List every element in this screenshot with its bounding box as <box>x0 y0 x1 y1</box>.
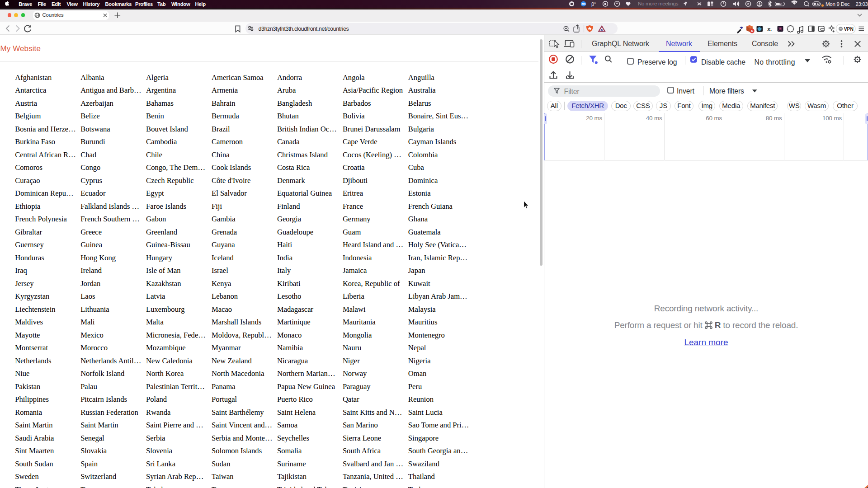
svg-text:β°: β° <box>591 1 596 7</box>
svg-text:x.: x. <box>767 26 772 33</box>
svg-text:Mon 9 Dec: Mon 9 Dec <box>826 1 850 7</box>
svg-text:23:03: 23:03 <box>856 1 868 7</box>
svg-text:6: 6 <box>751 29 753 33</box>
svg-text:zm: zm <box>581 2 585 5</box>
svg-text:VPN: VPN <box>844 27 854 32</box>
